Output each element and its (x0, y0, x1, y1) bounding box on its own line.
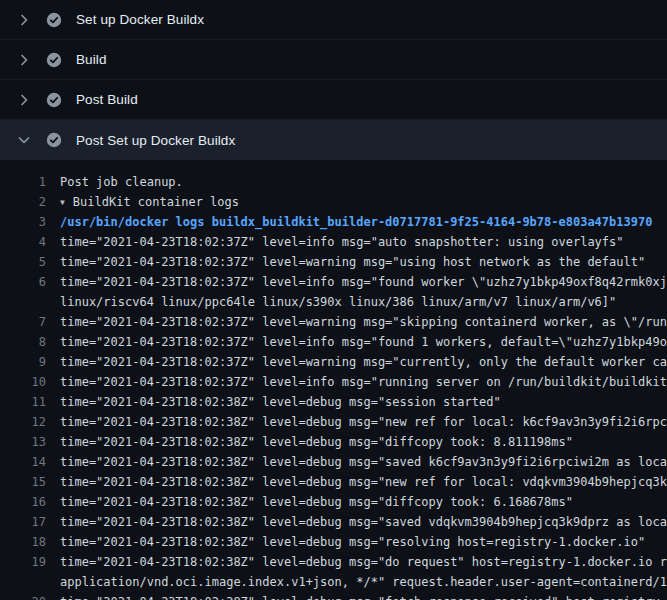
log-line: 17 time="2021-04-23T18:02:38Z" level=deb… (0, 512, 667, 532)
log-line: 5 time="2021-04-23T18:02:37Z" level=warn… (0, 252, 667, 272)
line-number[interactable]: 13 (0, 432, 46, 452)
log-text: time="2021-04-23T18:02:38Z" level=debug … (46, 432, 573, 452)
log-text: Post job cleanup. (46, 172, 183, 192)
log-area: 1 Post job cleanup. 2 ▼BuildKit containe… (0, 160, 667, 600)
log-line: 2 ▼BuildKit container logs (0, 192, 667, 212)
log-text: time="2021-04-23T18:02:38Z" level=debug … (46, 592, 667, 600)
line-number[interactable]: 10 (0, 372, 46, 392)
line-number[interactable]: 18 (0, 532, 46, 552)
log-text: time="2021-04-23T18:02:37Z" level=info m… (46, 272, 667, 292)
line-number[interactable]: 3 (0, 212, 46, 232)
line-number[interactable]: 11 (0, 392, 46, 412)
check-circle-icon (46, 92, 62, 108)
log-line: 18 time="2021-04-23T18:02:38Z" level=deb… (0, 532, 667, 552)
log-line: 3 /usr/bin/docker logs buildx_buildkit_b… (0, 212, 667, 232)
line-number[interactable]: 9 (0, 352, 46, 372)
section-title: Build (76, 52, 107, 67)
log-line: 6 time="2021-04-23T18:02:37Z" level=info… (0, 272, 667, 292)
log-text: time="2021-04-23T18:02:38Z" level=debug … (46, 392, 501, 412)
log-line: 11 time="2021-04-23T18:02:38Z" level=deb… (0, 392, 667, 412)
log-text: time="2021-04-23T18:02:38Z" level=debug … (46, 552, 667, 572)
section-header[interactable]: Build (0, 40, 667, 80)
section-header[interactable]: Post Set up Docker Buildx (0, 120, 667, 160)
log-text: time="2021-04-23T18:02:37Z" level=info m… (46, 332, 667, 352)
workflow-log-viewer: Set up Docker Buildx Build Post Build (0, 0, 667, 600)
section-title: Set up Docker Buildx (76, 12, 204, 27)
check-circle-icon (46, 52, 62, 68)
log-line: 20 time="2021-04-23T18:02:38Z" level=deb… (0, 592, 667, 600)
line-number[interactable]: 1 (0, 172, 46, 192)
line-number[interactable]: 12 (0, 412, 46, 432)
log-line: 16 time="2021-04-23T18:02:38Z" level=deb… (0, 492, 667, 512)
log-line: 9 time="2021-04-23T18:02:37Z" level=warn… (0, 352, 667, 372)
log-line: 14 time="2021-04-23T18:02:38Z" level=deb… (0, 452, 667, 472)
check-circle-icon (46, 132, 62, 148)
section-post-build: Post Build (0, 80, 667, 120)
line-number[interactable]: 19 (0, 552, 46, 572)
line-number[interactable]: 7 (0, 312, 46, 332)
log-line: 13 time="2021-04-23T18:02:38Z" level=deb… (0, 432, 667, 452)
log-line: 12 time="2021-04-23T18:02:38Z" level=deb… (0, 412, 667, 432)
line-number[interactable]: 5 (0, 252, 46, 272)
line-number[interactable]: 2 (0, 192, 46, 212)
section-header[interactable]: Post Build (0, 80, 667, 120)
log-text: time="2021-04-23T18:02:38Z" level=debug … (46, 412, 667, 432)
log-text: time="2021-04-23T18:02:38Z" level=debug … (46, 532, 645, 552)
log-text: linux/riscv64 linux/ppc64le linux/s390x … (46, 292, 616, 312)
line-number[interactable]: 16 (0, 492, 46, 512)
log-line: 10 time="2021-04-23T18:02:37Z" level=inf… (0, 372, 667, 392)
log-line: 4 time="2021-04-23T18:02:37Z" level=info… (0, 232, 667, 252)
log-text: time="2021-04-23T18:02:37Z" level=warnin… (46, 352, 667, 372)
check-circle-icon (46, 12, 62, 28)
section-header[interactable]: Set up Docker Buildx (0, 0, 667, 40)
log-line: 8 time="2021-04-23T18:02:37Z" level=info… (0, 332, 667, 352)
line-number[interactable]: 8 (0, 332, 46, 352)
log-text: time="2021-04-23T18:02:37Z" level=info m… (46, 232, 624, 252)
line-number[interactable] (0, 572, 46, 592)
chevron-down-icon (16, 132, 32, 148)
line-number[interactable]: 17 (0, 512, 46, 532)
section-title: Post Set up Docker Buildx (76, 133, 235, 148)
chevron-right-icon (16, 92, 32, 108)
log-text: time="2021-04-23T18:02:38Z" level=debug … (46, 472, 667, 492)
log-text: application/vnd.oci.image.index.v1+json,… (46, 572, 667, 592)
log-text: /usr/bin/docker logs buildx_buildkit_bui… (46, 212, 652, 232)
log-line: linux/riscv64 linux/ppc64le linux/s390x … (0, 292, 667, 312)
log-line: 7 time="2021-04-23T18:02:37Z" level=warn… (0, 312, 667, 332)
section-build: Build (0, 40, 667, 80)
chevron-right-icon (16, 52, 32, 68)
section-post-set-up-docker-buildx: Post Set up Docker Buildx 1 Post job cle… (0, 120, 667, 600)
line-number[interactable] (0, 292, 46, 312)
line-number[interactable]: 20 (0, 592, 46, 600)
log-text: time="2021-04-23T18:02:38Z" level=debug … (46, 512, 667, 532)
log-text: time="2021-04-23T18:02:37Z" level=warnin… (46, 312, 667, 332)
group-toggle-icon[interactable]: ▼ (60, 193, 65, 212)
line-number[interactable]: 4 (0, 232, 46, 252)
log-line: 1 Post job cleanup. (0, 172, 667, 192)
log-text: ▼BuildKit container logs (46, 192, 239, 212)
chevron-right-icon (16, 12, 32, 28)
log-text: time="2021-04-23T18:02:37Z" level=info m… (46, 372, 667, 392)
log-text: time="2021-04-23T18:02:38Z" level=debug … (46, 452, 667, 472)
log-text: time="2021-04-23T18:02:37Z" level=warnin… (46, 252, 645, 272)
section-set-up-docker-buildx: Set up Docker Buildx (0, 0, 667, 40)
log-line: 19 time="2021-04-23T18:02:38Z" level=deb… (0, 552, 667, 572)
log-text: time="2021-04-23T18:02:38Z" level=debug … (46, 492, 573, 512)
section-title: Post Build (76, 92, 138, 107)
line-number[interactable]: 14 (0, 452, 46, 472)
line-number[interactable]: 15 (0, 472, 46, 492)
log-line: application/vnd.oci.image.index.v1+json,… (0, 572, 667, 592)
line-number[interactable]: 6 (0, 272, 46, 292)
log-line: 15 time="2021-04-23T18:02:38Z" level=deb… (0, 472, 667, 492)
